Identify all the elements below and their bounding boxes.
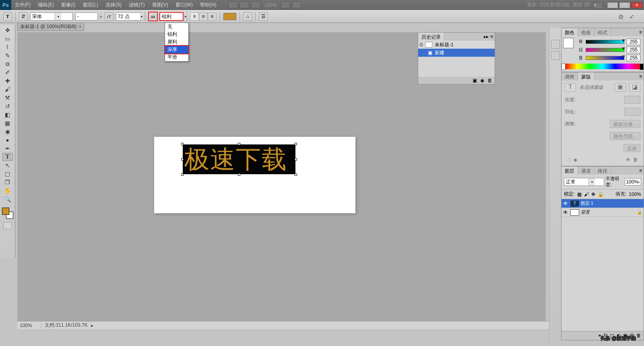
- menu-image[interactable]: 图像(I): [58, 0, 79, 10]
- panel-menu-icon[interactable]: ≡: [639, 168, 642, 173]
- panel-menu-icon[interactable]: ≡: [639, 29, 642, 35]
- fill-input[interactable]: 100%: [629, 192, 641, 197]
- workspace-more-icon[interactable]: »: [593, 2, 603, 9]
- delete-layer-icon[interactable]: 🗑: [636, 333, 641, 339]
- panel-menu-icon[interactable]: ≡: [490, 34, 493, 39]
- character-panel-button[interactable]: ☰: [259, 12, 268, 21]
- paths-tab[interactable]: 路径: [594, 167, 611, 175]
- adjustment-layer-icon[interactable]: ◐: [617, 333, 621, 339]
- window-minimize-button[interactable]: —: [607, 2, 618, 8]
- move-tool[interactable]: ✥: [2, 26, 13, 34]
- 3d-tool[interactable]: ❒: [2, 178, 13, 186]
- screen-mode-icon[interactable]: [292, 1, 301, 8]
- load-sel-icon[interactable]: ◌: [567, 157, 571, 163]
- document-tab[interactable]: 未标题-1 @ 100%(RGB/8)×: [17, 23, 84, 31]
- window-close-button[interactable]: ✕: [631, 2, 642, 8]
- dodge-tool[interactable]: ●: [2, 136, 13, 144]
- launch-bridge-icon[interactable]: [228, 1, 238, 8]
- path-select-tool[interactable]: ↖: [2, 161, 13, 169]
- foreground-color-swatch[interactable]: [2, 208, 9, 215]
- lock-all-icon[interactable]: 🔒: [598, 192, 604, 197]
- history-snapshot[interactable]: ⎙ 未标题-1: [418, 41, 495, 49]
- pixel-mask-button[interactable]: ▣: [615, 83, 626, 92]
- align-center-button[interactable]: ≡: [199, 12, 208, 21]
- r-value[interactable]: 255: [627, 39, 640, 45]
- b-value[interactable]: 255: [627, 55, 640, 61]
- workspace-3d[interactable]: 高级 3D: [573, 2, 590, 8]
- swatches-tab[interactable]: 色板: [578, 28, 594, 36]
- visibility-icon[interactable]: 👁: [563, 210, 569, 215]
- text-orientation-button[interactable]: ⇵: [19, 12, 28, 21]
- font-family-select[interactable]: 宋体▾: [30, 12, 73, 21]
- channels-tab[interactable]: 通道: [578, 167, 594, 175]
- layer-style-icon[interactable]: fx: [604, 333, 608, 339]
- brush-tool[interactable]: 🖌: [2, 85, 13, 93]
- swatch-selector[interactable]: [1, 207, 14, 220]
- delete-mask-icon[interactable]: 🗑: [633, 157, 638, 163]
- g-slider[interactable]: [586, 48, 624, 52]
- create-doc-icon[interactable]: ▣: [473, 78, 477, 83]
- healing-tool[interactable]: ✚: [2, 77, 13, 85]
- quickmask-button[interactable]: [3, 222, 12, 229]
- font-style-select[interactable]: -▾: [75, 12, 98, 21]
- text-color-swatch[interactable]: [223, 13, 236, 20]
- pen-tool[interactable]: ✒: [2, 144, 13, 152]
- menu-file[interactable]: 文件(F): [11, 0, 34, 10]
- launch-mb-icon[interactable]: [239, 1, 249, 8]
- aa-option-sharp[interactable]: 锐利: [165, 31, 188, 38]
- arrange-docs-icon[interactable]: [281, 1, 290, 8]
- antialias-select[interactable]: 锐利▾: [160, 12, 183, 21]
- menu-help[interactable]: 帮助(H): [196, 0, 220, 10]
- zoom-tool[interactable]: 🔍: [2, 195, 13, 203]
- close-tab-icon[interactable]: ×: [79, 25, 81, 29]
- new-layer-icon[interactable]: ⊞: [630, 333, 634, 339]
- menu-layer[interactable]: 图层(L): [79, 0, 102, 10]
- vector-mask-button[interactable]: ◪: [629, 83, 640, 92]
- text-layer-box[interactable]: 极速下载: [183, 144, 295, 174]
- masks-tab[interactable]: 蒙版: [578, 72, 594, 80]
- layer-mask-icon[interactable]: ◻: [610, 333, 614, 339]
- status-zoom[interactable]: 100%: [17, 323, 41, 328]
- create-snapshot-icon[interactable]: ◉: [480, 78, 484, 83]
- layers-tab[interactable]: 图层: [561, 167, 578, 175]
- layer-row[interactable]: 👁 背景 🔒: [561, 208, 644, 217]
- history-tab[interactable]: 历史记录: [418, 33, 444, 41]
- panel-collapse-icon[interactable]: ▸▸: [484, 34, 489, 39]
- aa-option-smooth[interactable]: 平滑: [165, 54, 188, 61]
- opacity-input[interactable]: 100%: [625, 178, 641, 185]
- invert-button[interactable]: 反相: [623, 144, 640, 152]
- crop-tool[interactable]: ⧉: [2, 60, 13, 68]
- aa-option-none[interactable]: 无: [165, 23, 188, 31]
- workspace-cs5[interactable]: CS5 新增功能: [540, 2, 570, 8]
- align-right-button[interactable]: ≡: [208, 12, 217, 21]
- window-maximize-button[interactable]: ❐: [619, 2, 630, 8]
- menu-window[interactable]: 窗口(W): [172, 0, 196, 10]
- styles-tab[interactable]: 样式: [594, 28, 611, 36]
- b-slider[interactable]: [586, 56, 624, 60]
- color-panel-swatch[interactable]: [563, 38, 574, 48]
- status-docsize[interactable]: 文档:311.1K/103.7K: [41, 322, 91, 329]
- toggle-mask-icon[interactable]: 👁: [626, 157, 631, 163]
- menu-edit[interactable]: 编辑(E): [34, 0, 58, 10]
- aa-option-strong[interactable]: 深厚: [165, 46, 188, 54]
- dock-slot-icon[interactable]: [551, 51, 560, 60]
- type-tool[interactable]: T: [2, 153, 13, 161]
- adjustments-tab[interactable]: 调整: [561, 72, 578, 80]
- text-content[interactable]: 极速下载: [183, 146, 287, 173]
- gradient-tool[interactable]: ▦: [2, 119, 13, 127]
- lock-trans-icon[interactable]: ▦: [577, 192, 582, 197]
- hand-tool[interactable]: ✋: [2, 187, 13, 195]
- workspace-basic[interactable]: 基本: [527, 2, 537, 8]
- g-value[interactable]: 255: [627, 47, 640, 53]
- menu-filter[interactable]: 滤镜(T): [125, 0, 148, 10]
- visibility-icon[interactable]: 👁: [563, 201, 569, 206]
- color-tab[interactable]: 颜色: [561, 28, 578, 36]
- color-range-button[interactable]: 颜色范围...: [610, 132, 640, 140]
- menu-view[interactable]: 视图(V): [149, 0, 172, 10]
- align-left-button[interactable]: ≡: [190, 12, 199, 21]
- blur-tool[interactable]: ◉: [2, 128, 13, 136]
- commit-edit-icon[interactable]: ✓: [629, 13, 634, 21]
- eraser-tool[interactable]: ◧: [2, 111, 13, 119]
- layer-row[interactable]: 👁 T 图层 1: [561, 199, 644, 208]
- spectrum-bar[interactable]: [565, 64, 640, 69]
